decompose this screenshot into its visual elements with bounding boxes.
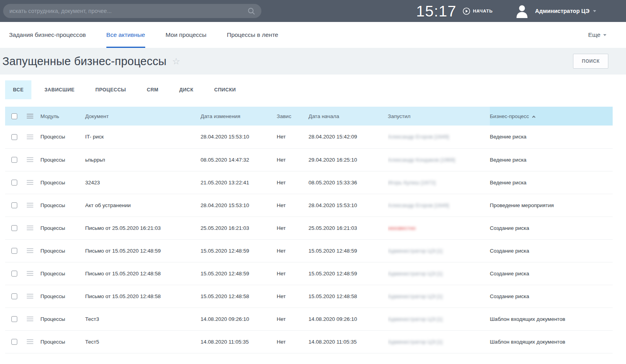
cell-stuck: Нет [277,217,308,239]
table-row[interactable]: Процессы Письмо от 15.05.2020 12:48:58 1… [5,285,613,308]
start-label: НАЧАТЬ [473,9,493,13]
row-checkbox[interactable] [11,157,17,163]
filter-tab[interactable]: ДИСК [172,80,201,99]
row-menu-icon[interactable] [27,179,33,186]
table-header-row: Модуль Документ Дата изменения Завис Дат… [5,107,613,126]
table-row[interactable]: Процессы Письмо от 25.05.2020 16:21:03 2… [5,217,613,239]
row-menu-icon[interactable] [27,270,33,277]
cell-date-modified: 28.04.2020 15:53:10 [201,194,277,217]
row-checkbox[interactable] [11,339,17,345]
row-checkbox[interactable] [11,180,17,186]
row-menu-cell [24,217,40,239]
user-menu[interactable]: Администратор ЦЭ [515,4,596,18]
cell-module: Процессы [40,330,85,353]
cell-document[interactable]: Письмо от 15.05.2020 12:48:59 [85,239,201,262]
process-table-wrap: Модуль Документ Дата изменения Завис Дат… [5,107,613,353]
row-checkbox[interactable] [11,293,17,299]
cell-date-started: 29.04.2020 16:25:10 [308,148,388,171]
cell-date-modified: 08.05.2020 14:47:32 [201,148,277,171]
cell-document[interactable]: Письмо от 15.05.2020 12:48:58 [85,262,201,285]
cell-launched-by[interactable]: Александр Егоров [1649] [388,194,490,217]
cell-launched-by[interactable]: Администратор ЦЭ [1] [388,239,490,262]
cell-launched-by[interactable]: Администратор ЦЭ [1] [388,262,490,285]
row-menu-icon[interactable] [27,338,33,345]
search-filter-button[interactable]: ПОИСК [573,54,608,69]
cell-document[interactable]: IT- риск [85,126,201,148]
nav-tab[interactable]: Задания бизнес-процессов [9,22,86,48]
nav-tab[interactable]: Процессы в ленте [227,22,278,48]
table-row[interactable]: Процессы Письмо от 15.05.2020 12:48:59 1… [5,239,613,262]
col-header-launched-by[interactable]: Запустил [388,107,490,126]
global-search[interactable] [3,4,261,18]
topbar-right: 15:17 НАЧАТЬ Администратор ЦЭ [416,4,626,19]
cell-document[interactable]: Тест5 [85,330,201,353]
nav-tab[interactable]: Все активные [106,22,145,48]
user-name: Администратор ЦЭ [535,8,589,14]
cell-process-name: Ведение риска [490,126,613,148]
cell-launched-by[interactable]: Администратор ЦЭ [1] [388,308,490,330]
row-checkbox[interactable] [11,202,17,208]
col-header-process[interactable]: Бизнес-процесс [490,107,613,126]
cell-document[interactable]: Письмо от 25.05.2020 16:21:03 [85,217,201,239]
row-menu-icon[interactable] [27,202,33,209]
filter-tab[interactable]: ПРОЦЕССЫ [88,80,134,99]
row-menu-icon[interactable] [27,315,33,322]
col-header-stuck[interactable]: Завис [277,107,308,126]
row-menu-cell [24,308,40,330]
table-row[interactable]: Процессы Письмо от 15.05.2020 12:48:58 1… [5,262,613,285]
search-input[interactable] [9,8,248,14]
worktime-clock[interactable]: 15:17 [416,4,456,19]
cell-process-name: Шаблон входящих документов [490,308,613,330]
table-row[interactable]: Процессы ьпьррьп 08.05.2020 14:47:32 Нет… [5,148,613,171]
table-row[interactable]: Процессы IT- риск 28.04.2020 15:53:10 Не… [5,126,613,148]
cell-stuck: Нет [277,308,308,330]
cell-launched-by[interactable]: Александр Егоров [1649] [388,126,490,148]
nav-tab[interactable]: Мои процессы [166,22,206,48]
table-row[interactable]: Процессы Акт об устранении 28.04.2020 15… [5,194,613,217]
row-menu-cell [24,148,40,171]
filter-tab[interactable]: ЗАВИСШИЕ [37,80,82,99]
col-header-document[interactable]: Документ [85,107,201,126]
row-check-cell [5,262,24,285]
select-all-checkbox[interactable] [11,113,17,119]
search-icon[interactable] [248,7,255,15]
cell-launched-by[interactable]: Игорь Кулиш [1672] [388,171,490,194]
cell-launched-by[interactable]: Александр Кондаков [1969] [388,148,490,171]
row-checkbox[interactable] [11,271,17,277]
row-checkbox[interactable] [11,134,17,140]
row-checkbox[interactable] [11,225,17,231]
cell-document[interactable]: ьпьррьп [85,148,201,171]
col-header-started[interactable]: Дата начала [308,107,388,126]
table-row[interactable]: Процессы Тест5 14.08.2020 11:05:35 Нет 1… [5,330,613,353]
cell-module: Процессы [40,285,85,308]
topbar: 15:17 НАЧАТЬ Администратор ЦЭ [0,0,626,22]
table-row[interactable]: Процессы 32423 21.05.2020 13:22:41 Нет 0… [5,171,613,194]
cell-launched-by[interactable]: Администратор ЦЭ [1] [388,330,490,353]
filter-tab[interactable]: ВСЕ [5,80,31,99]
cell-document[interactable]: Акт об устранении [85,194,201,217]
row-menu-icon[interactable] [27,156,33,163]
cell-document[interactable]: Тест3 [85,308,201,330]
row-checkbox[interactable] [11,316,17,322]
start-workday-button[interactable]: НАЧАТЬ [463,7,493,15]
filter-tab[interactable]: СПИСКИ [206,80,244,99]
sort-asc-icon [532,115,535,118]
nav-more-button[interactable]: Еще [588,22,606,48]
cell-process-name: Ведение риска [490,171,613,194]
cell-document[interactable]: 32423 [85,171,201,194]
favorite-star-icon[interactable]: ☆ [172,57,180,66]
filter-tab[interactable]: CRM [139,80,166,99]
settings-menu-icon[interactable] [27,113,33,120]
row-checkbox[interactable] [11,248,17,254]
col-header-modified[interactable]: Дата изменения [201,107,277,126]
col-header-module[interactable]: Модуль [40,107,85,126]
cell-document[interactable]: Письмо от 15.05.2020 12:48:58 [85,285,201,308]
row-menu-icon[interactable] [27,133,33,140]
row-menu-icon[interactable] [27,247,33,254]
row-menu-icon[interactable] [27,293,33,300]
cell-launched-by[interactable]: Администратор ЦЭ [1] [388,285,490,308]
cell-module: Процессы [40,194,85,217]
table-row[interactable]: Процессы Тест3 14.08.2020 09:26:10 Нет 1… [5,308,613,330]
cell-launched-by[interactable]: неизвестно [388,217,490,239]
row-menu-icon[interactable] [27,224,33,231]
